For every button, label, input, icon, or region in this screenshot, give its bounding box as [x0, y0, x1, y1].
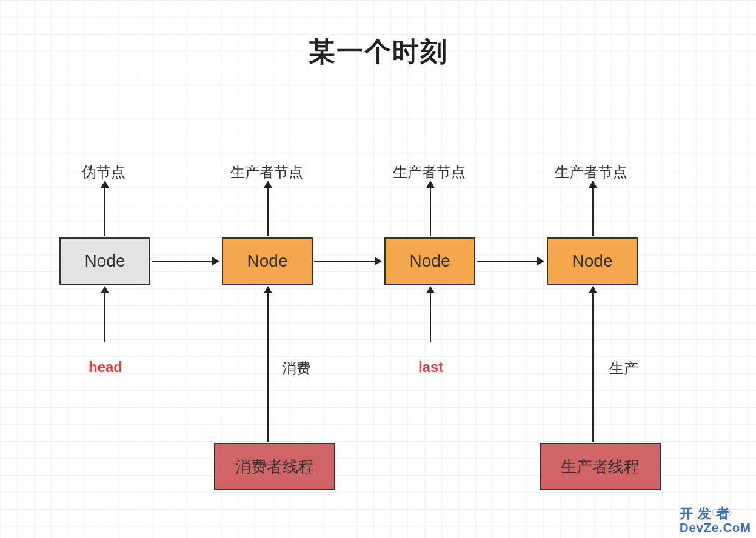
node-3-last: Node — [384, 237, 475, 285]
watermark-line2: DevZe.CoM — [680, 521, 751, 534]
consumer-thread-label: 消费者线程 — [235, 456, 314, 477]
node-1-head: Node — [59, 237, 150, 285]
arrow-node4-up — [592, 188, 594, 236]
arrow-node2-up — [267, 188, 269, 236]
label-last: last — [418, 359, 443, 376]
arrow-head-to-n1 — [104, 293, 105, 342]
node-2-label: Node — [247, 251, 288, 271]
node-2: Node — [222, 237, 313, 285]
arrow-producer-to-n4 — [592, 293, 594, 442]
arrow-n1-n2 — [152, 261, 212, 262]
arrow-n3-n4 — [477, 261, 537, 262]
arrow-node3-up — [430, 188, 431, 236]
arrow-n2-n3 — [314, 261, 375, 262]
node-1-label: Node — [85, 251, 125, 271]
label-dummy-node: 伪节点 — [82, 162, 125, 182]
watermark: 开发者 DevZe.CoM — [680, 506, 751, 534]
node-4: Node — [547, 237, 638, 285]
diagram-title: 某一个时刻 — [309, 34, 448, 70]
label-producer-node-1: 生产者节点 — [230, 162, 303, 182]
producer-thread-label: 生产者线程 — [561, 456, 640, 477]
arrow-node1-up — [104, 188, 105, 236]
producer-thread-box: 生产者线程 — [540, 443, 661, 490]
diagram-canvas: 某一个时刻 伪节点 生产者节点 生产者节点 生产者节点 Node Node No… — [0, 0, 756, 538]
label-consume: 消费 — [282, 359, 311, 378]
node-4-label: Node — [572, 251, 613, 271]
consumer-thread-box: 消费者线程 — [214, 443, 335, 490]
arrow-last-to-n3 — [430, 293, 431, 342]
label-producer-node-2: 生产者节点 — [393, 162, 466, 182]
watermark-line1: 开发者 — [680, 506, 751, 521]
label-produce: 生产 — [609, 359, 638, 378]
label-producer-node-3: 生产者节点 — [555, 162, 627, 182]
node-3-label: Node — [410, 251, 450, 271]
arrow-consumer-to-n2 — [267, 293, 269, 442]
label-head: head — [89, 359, 122, 376]
